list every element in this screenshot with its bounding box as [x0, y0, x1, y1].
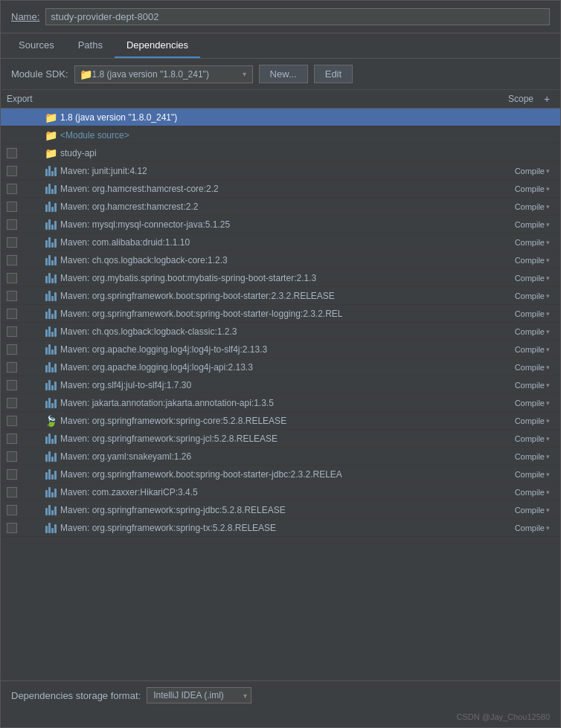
export-checkbox[interactable] [7, 166, 17, 176]
list-item[interactable]: Maven: ch.qos.logback:logback-classic:1.… [1, 323, 560, 341]
list-item[interactable]: Maven: org.hamcrest:hamcrest-core:2.2Com… [1, 180, 560, 198]
list-item[interactable]: 📁study-api [1, 144, 560, 162]
list-item[interactable]: Maven: org.yaml:snakeyaml:1.26Compile ▾ [1, 448, 560, 466]
jar-icon [44, 219, 57, 231]
dep-name: Maven: org.springframework:spring-jcl:5.… [60, 434, 490, 444]
export-checkbox[interactable] [7, 219, 17, 230]
list-item[interactable]: 📁<Module source> [1, 126, 560, 144]
dep-name: Maven: org.springframework:spring-tx:5.2… [60, 523, 490, 533]
scope-badge[interactable]: Compile ▾ [490, 238, 550, 247]
scope-badge[interactable]: Compile ▾ [490, 327, 550, 336]
add-dependency-button[interactable]: + [539, 93, 554, 105]
jar-icon [44, 183, 57, 195]
list-item[interactable]: Maven: com.alibaba:druid:1.1.10Compile ▾ [1, 233, 560, 251]
folder-icon: 📁 [44, 147, 57, 159]
export-checkbox[interactable] [7, 309, 17, 319]
scope-badge[interactable]: Compile ▾ [490, 220, 550, 229]
leaf-icon: 🍃 [44, 415, 57, 427]
export-checkbox[interactable] [7, 362, 17, 373]
new-button[interactable]: New... [259, 65, 308, 83]
list-item[interactable]: Maven: org.springframework.boot:spring-b… [1, 466, 560, 483]
export-checkbox[interactable] [7, 380, 17, 390]
jar-icon [44, 290, 57, 302]
dep-name: Maven: mysql:mysql-connector-java:5.1.25 [60, 219, 490, 230]
scope-badge[interactable]: Compile ▾ [490, 363, 550, 372]
scope-badge[interactable]: Compile ▾ [490, 184, 550, 193]
tab-paths[interactable]: Paths [66, 33, 115, 58]
export-checkbox[interactable] [7, 398, 17, 408]
dep-name: Maven: org.hamcrest:hamcrest:2.2 [60, 202, 490, 212]
list-item[interactable]: Maven: com.zaxxer:HikariCP:3.4.5Compile … [1, 483, 560, 501]
dep-name: Maven: junit:junit:4.12 [60, 166, 490, 176]
scope-badge[interactable]: Compile ▾ [490, 399, 550, 408]
scope-badge[interactable]: Compile ▾ [490, 524, 550, 532]
scope-badge[interactable]: Compile ▾ [490, 434, 550, 443]
list-item[interactable]: 📁1.8 (java version "1.8.0_241") [1, 109, 560, 126]
export-checkbox[interactable] [7, 202, 17, 212]
list-item[interactable]: Maven: org.springframework:spring-jcl:5.… [1, 430, 560, 448]
storage-row: Dependencies storage format: IntelliJ ID… [1, 680, 560, 709]
jar-icon [44, 165, 57, 177]
sdk-select[interactable]: 📁 1.8 (java version "1.8.0_241") [74, 65, 253, 83]
list-item[interactable]: Maven: org.springframework.boot:spring-b… [1, 287, 560, 305]
list-item[interactable]: Maven: jakarta.annotation:jakarta.annota… [1, 394, 560, 412]
scope-badge[interactable]: Compile ▾ [490, 381, 550, 390]
export-checkbox[interactable] [7, 344, 17, 355]
jar-icon [44, 361, 57, 373]
tab-sources[interactable]: Sources [7, 33, 66, 58]
edit-button[interactable]: Edit [314, 65, 353, 83]
list-item[interactable]: Maven: org.springframework:spring-jdbc:5… [1, 501, 560, 519]
list-item[interactable]: Maven: org.slf4j:jul-to-slf4j:1.7.30Comp… [1, 376, 560, 394]
export-checkbox[interactable] [7, 416, 17, 426]
scope-badge[interactable]: Compile ▾ [490, 202, 550, 211]
sdk-value: 1.8 (java version "1.8.0_241") [92, 69, 248, 80]
export-checkbox[interactable] [7, 469, 17, 480]
jar-icon [44, 254, 57, 266]
scope-badge[interactable]: Compile ▾ [490, 470, 550, 479]
scope-badge[interactable]: Compile ▾ [490, 488, 550, 497]
list-item[interactable]: Maven: org.springframework:spring-tx:5.2… [1, 519, 560, 537]
list-item[interactable]: Maven: org.apache.logging.log4j:log4j-to… [1, 341, 560, 358]
export-checkbox[interactable] [7, 487, 17, 497]
storage-select[interactable]: IntelliJ IDEA (.iml) Eclipse (.classpath… [147, 687, 251, 703]
list-item[interactable]: Maven: ch.qos.logback:logback-core:1.2.3… [1, 251, 560, 269]
list-item[interactable]: 🍃Maven: org.springframework:spring-core:… [1, 412, 560, 430]
scope-badge[interactable]: Compile ▾ [490, 256, 550, 265]
dep-name: Maven: org.springframework.boot:spring-b… [60, 309, 490, 319]
scope-badge[interactable]: Compile ▾ [490, 452, 550, 461]
scope-badge[interactable]: Compile ▾ [490, 291, 550, 300]
list-item[interactable]: Maven: mysql:mysql-connector-java:5.1.25… [1, 216, 560, 233]
jar-icon [44, 272, 57, 284]
module-sdk-row: Module SDK: 📁 1.8 (java version "1.8.0_2… [1, 59, 560, 90]
scope-badge[interactable]: Compile ▾ [490, 506, 550, 515]
jar-icon [44, 236, 57, 248]
scope-badge[interactable]: Compile ▾ [490, 274, 550, 283]
list-item[interactable]: Maven: org.mybatis.spring.boot:mybatis-s… [1, 269, 560, 287]
list-item[interactable]: Maven: junit:junit:4.12Compile ▾ [1, 162, 560, 180]
dep-name: Maven: org.apache.logging.log4j:log4j-to… [60, 344, 490, 355]
export-checkbox[interactable] [7, 291, 17, 301]
scope-badge[interactable]: Compile ▾ [490, 309, 550, 318]
tab-dependencies[interactable]: Dependencies [115, 33, 200, 58]
storage-select-wrap: IntelliJ IDEA (.iml) Eclipse (.classpath… [147, 687, 251, 703]
dep-name: Maven: org.yaml:snakeyaml:1.26 [60, 451, 490, 462]
export-checkbox[interactable] [7, 273, 17, 283]
export-checkbox[interactable] [7, 434, 17, 444]
scope-badge[interactable]: Compile ▾ [490, 416, 550, 425]
list-item[interactable]: Maven: org.hamcrest:hamcrest:2.2Compile … [1, 198, 560, 216]
export-checkbox[interactable] [7, 505, 17, 515]
scope-badge[interactable]: Compile ▾ [490, 167, 550, 175]
export-checkbox[interactable] [7, 148, 17, 158]
export-checkbox[interactable] [7, 237, 17, 248]
list-item[interactable]: Maven: org.springframework.boot:spring-b… [1, 305, 560, 323]
dep-name: Maven: com.zaxxer:HikariCP:3.4.5 [60, 487, 490, 497]
export-checkbox[interactable] [7, 326, 17, 337]
export-checkbox[interactable] [7, 451, 17, 462]
name-input[interactable] [45, 8, 550, 25]
export-checkbox[interactable] [7, 255, 17, 265]
dep-name: Maven: ch.qos.logback:logback-classic:1.… [60, 326, 490, 337]
export-checkbox[interactable] [7, 184, 17, 194]
scope-badge[interactable]: Compile ▾ [490, 345, 550, 354]
list-item[interactable]: Maven: org.apache.logging.log4j:log4j-ap… [1, 358, 560, 376]
export-checkbox[interactable] [7, 523, 17, 533]
